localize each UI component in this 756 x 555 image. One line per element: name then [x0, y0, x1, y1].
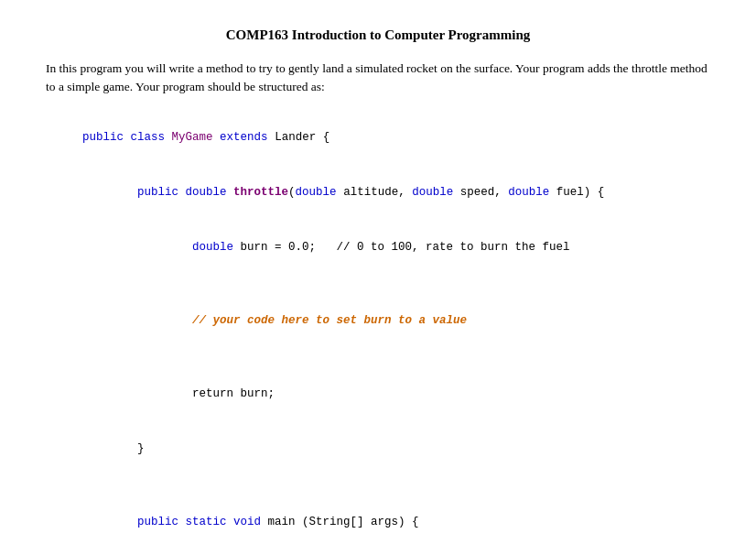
- intro-paragraph: In this program you will write a method …: [46, 60, 710, 97]
- page-title: COMP163 Introduction to Computer Program…: [46, 27, 710, 43]
- code-block: public class MyGame extends Lander { pub…: [46, 110, 710, 556]
